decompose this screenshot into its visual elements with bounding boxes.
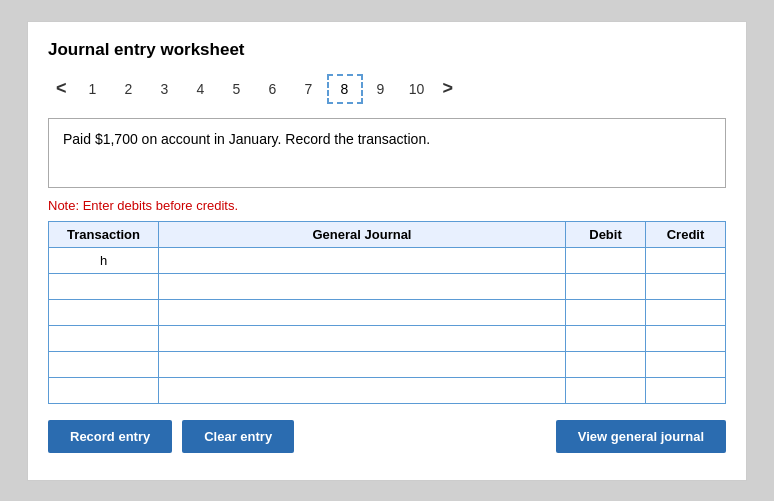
journal-table: Transaction General Journal Debit Credit… <box>48 221 726 404</box>
row5-credit[interactable] <box>646 351 726 377</box>
row4-credit-input[interactable] <box>650 326 721 351</box>
table-row <box>49 351 726 377</box>
row3-debit-input[interactable] <box>570 300 641 325</box>
row1-credit[interactable] <box>646 247 726 273</box>
pagination: < 1 2 3 4 5 6 7 8 9 10 > <box>48 74 726 104</box>
worksheet-container: Journal entry worksheet < 1 2 3 4 5 6 7 … <box>27 21 747 481</box>
row1-debit-input[interactable] <box>570 248 641 273</box>
row2-debit[interactable] <box>566 273 646 299</box>
row1-journal-input[interactable] <box>163 248 561 273</box>
table-row <box>49 273 726 299</box>
row3-journal[interactable] <box>159 299 566 325</box>
row1-transaction: h <box>49 247 159 273</box>
row6-credit[interactable] <box>646 377 726 403</box>
page-1[interactable]: 1 <box>75 74 111 104</box>
page-9[interactable]: 9 <box>363 74 399 104</box>
page-6[interactable]: 6 <box>255 74 291 104</box>
row6-transaction <box>49 377 159 403</box>
row3-credit-input[interactable] <box>650 300 721 325</box>
record-entry-button[interactable]: Record entry <box>48 420 172 453</box>
row2-journal[interactable] <box>159 273 566 299</box>
page-2[interactable]: 2 <box>111 74 147 104</box>
buttons-row: Record entry Clear entry View general jo… <box>48 420 726 453</box>
row3-debit[interactable] <box>566 299 646 325</box>
row6-debit[interactable] <box>566 377 646 403</box>
table-row <box>49 377 726 403</box>
next-page-button[interactable]: > <box>435 76 462 101</box>
row4-debit-input[interactable] <box>570 326 641 351</box>
prev-page-button[interactable]: < <box>48 76 75 101</box>
row2-transaction <box>49 273 159 299</box>
page-title: Journal entry worksheet <box>48 40 726 60</box>
page-5[interactable]: 5 <box>219 74 255 104</box>
page-7[interactable]: 7 <box>291 74 327 104</box>
instruction-box: Paid $1,700 on account in January. Recor… <box>48 118 726 188</box>
row4-journal-input[interactable] <box>163 326 561 351</box>
row2-credit[interactable] <box>646 273 726 299</box>
col-header-journal: General Journal <box>159 221 566 247</box>
col-header-transaction: Transaction <box>49 221 159 247</box>
row6-debit-input[interactable] <box>570 378 641 403</box>
page-3[interactable]: 3 <box>147 74 183 104</box>
row1-debit[interactable] <box>566 247 646 273</box>
row5-journal[interactable] <box>159 351 566 377</box>
row1-journal[interactable] <box>159 247 566 273</box>
row5-journal-input[interactable] <box>163 352 561 377</box>
view-general-journal-button[interactable]: View general journal <box>556 420 726 453</box>
row6-journal[interactable] <box>159 377 566 403</box>
page-4[interactable]: 4 <box>183 74 219 104</box>
row2-journal-input[interactable] <box>163 274 561 299</box>
row1-credit-input[interactable] <box>650 248 721 273</box>
row3-transaction <box>49 299 159 325</box>
row5-transaction <box>49 351 159 377</box>
table-row <box>49 325 726 351</box>
row2-debit-input[interactable] <box>570 274 641 299</box>
row4-credit[interactable] <box>646 325 726 351</box>
row2-credit-input[interactable] <box>650 274 721 299</box>
col-header-credit: Credit <box>646 221 726 247</box>
row4-journal[interactable] <box>159 325 566 351</box>
table-row <box>49 299 726 325</box>
page-8[interactable]: 8 <box>327 74 363 104</box>
page-10[interactable]: 10 <box>399 74 435 104</box>
row6-journal-input[interactable] <box>163 378 561 403</box>
row3-credit[interactable] <box>646 299 726 325</box>
row3-journal-input[interactable] <box>163 300 561 325</box>
clear-entry-button[interactable]: Clear entry <box>182 420 294 453</box>
row5-debit-input[interactable] <box>570 352 641 377</box>
row5-credit-input[interactable] <box>650 352 721 377</box>
note-text: Note: Enter debits before credits. <box>48 198 726 213</box>
row6-credit-input[interactable] <box>650 378 721 403</box>
row5-debit[interactable] <box>566 351 646 377</box>
row4-transaction <box>49 325 159 351</box>
instruction-text: Paid $1,700 on account in January. Recor… <box>63 131 430 147</box>
table-row: h <box>49 247 726 273</box>
row4-debit[interactable] <box>566 325 646 351</box>
col-header-debit: Debit <box>566 221 646 247</box>
